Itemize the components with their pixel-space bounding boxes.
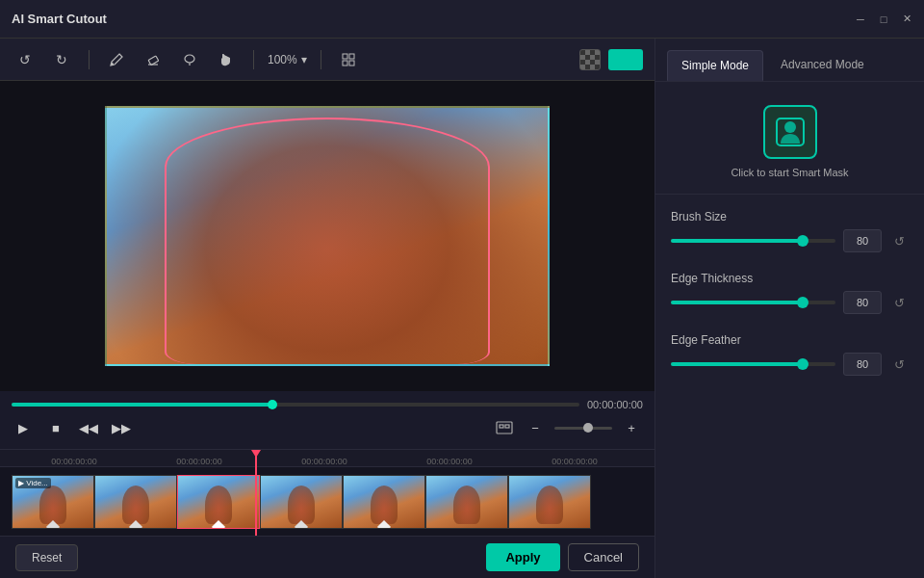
ruler-mark-0: 00:00:00:00 [12,457,137,466]
next-frame-button[interactable]: ▶▶ [110,416,133,439]
thumb-person-2 [205,486,232,524]
thumb-person-5 [453,486,480,524]
lasso-button[interactable] [176,46,203,73]
playback-controls: ▶ ■ ◀◀ ▶▶ − + [12,410,643,445]
progress-track[interactable] [12,403,579,407]
playback-area: 00:00:00:00 ▶ ■ ◀◀ ▶▶ − [0,391,654,449]
toolbar-separator-2 [253,50,254,69]
preview-toggle[interactable] [608,49,643,70]
zoom-out-button[interactable]: − [524,416,547,439]
brush-size-thumb[interactable] [797,235,808,247]
reset-button[interactable]: Reset [15,544,78,571]
zoom-slider-thumb [583,423,593,433]
title-bar: AI Smart Cutout ─ □ ✕ [0,0,924,39]
thumb-inner-5 [426,476,507,528]
zoom-value: 100% [268,53,297,66]
app-title: AI Smart Cutout [12,12,855,26]
timeline-thumb-1[interactable] [94,475,177,529]
edge-thickness-row: Edge Thickness 80 ↺ [671,272,909,314]
canvas-area [0,81,654,391]
time-display: 00:00:00:00 [587,399,643,410]
bottom-bar: Reset Apply Cancel [0,536,654,578]
thumb-person-0 [39,486,66,524]
tab-simple-mode[interactable]: Simple Mode [667,50,763,81]
edge-thickness-control: 80 ↺ [671,291,909,314]
svg-rect-7 [343,61,347,66]
playhead[interactable] [255,450,257,536]
progress-fill [12,403,272,407]
svg-point-0 [111,63,114,66]
grid-button[interactable] [335,46,362,73]
edge-feather-control: 80 ↺ [671,353,909,376]
brush-size-fill [671,239,803,243]
zoom-arrow-icon: ▾ [301,53,307,66]
smart-mask-section: Click to start Smart Mask [655,82,924,195]
undo-button[interactable]: ↺ [12,46,38,73]
edge-thickness-track[interactable] [671,301,835,304]
edge-thickness-thumb[interactable] [797,297,808,308]
fullscreen-button[interactable] [493,416,516,439]
hand-button[interactable] [213,46,240,73]
checker-icon[interactable] [579,49,601,70]
brush-size-track[interactable] [671,239,835,243]
thumb-person-3 [288,486,315,524]
edge-thickness-value: 80 [843,291,882,314]
brush-size-row: Brush Size 80 ↺ [671,210,909,252]
window-controls: ─ □ ✕ [855,13,912,25]
svg-point-12 [784,121,796,133]
timeline-track: ▶ Vide... [0,467,654,536]
toolbar-right [579,49,643,70]
tab-advanced-mode[interactable]: Advanced Mode [767,50,878,81]
svg-rect-8 [349,61,354,66]
edge-feather-track[interactable] [671,362,835,366]
ruler-mark-4: 00:00:00:00 [512,457,637,466]
eraser-button[interactable] [140,46,167,73]
brush-size-control: 80 ↺ [671,229,909,252]
timeline-thumb-2[interactable] [177,475,260,529]
play-button[interactable]: ▶ [12,416,35,439]
timeline-thumb-5[interactable] [425,475,508,529]
edge-feather-thumb[interactable] [797,358,808,370]
main-layout: ↺ ↻ [0,39,924,578]
svg-rect-5 [343,54,347,59]
smart-mask-icon[interactable] [763,105,817,159]
minimize-button[interactable]: ─ [855,13,866,25]
video-preview [105,106,550,366]
thumb-person-1 [122,486,149,524]
apply-button[interactable]: Apply [486,543,559,571]
zoom-in-button[interactable]: + [620,416,643,439]
svg-point-3 [185,55,194,63]
svg-rect-10 [500,425,503,428]
maximize-button[interactable]: □ [878,13,889,25]
prev-frame-button[interactable]: ◀◀ [77,416,100,439]
edge-feather-row: Edge Feather 80 ↺ [671,333,909,376]
edge-feather-reset[interactable]: ↺ [889,355,909,374]
brush-size-reset[interactable]: ↺ [889,231,909,250]
timeline-thumb-3[interactable] [260,475,343,529]
zoom-control[interactable]: 100% ▾ [268,53,307,66]
svg-rect-11 [505,425,509,428]
timeline-thumb-4[interactable] [343,475,425,529]
toolbar: ↺ ↻ [0,39,654,81]
zoom-slider[interactable] [554,427,612,430]
cancel-button[interactable]: Cancel [568,543,639,571]
ruler-mark-2: 00:00:00:00 [262,457,387,466]
thumb-person-6 [536,486,563,524]
smart-mask-label: Click to start Smart Mask [731,167,848,178]
progress-bar-container: 00:00:00:00 [12,399,643,410]
thumb-label-0: ▶ Vide... [15,478,51,488]
brush-button[interactable] [103,46,130,73]
close-button[interactable]: ✕ [901,13,912,25]
redo-button[interactable]: ↻ [48,46,75,73]
thumb-inner-6 [509,476,590,528]
progress-thumb[interactable] [268,400,277,409]
stop-button[interactable]: ■ [44,416,67,439]
edge-thickness-reset[interactable]: ↺ [889,293,909,312]
brush-size-label: Brush Size [671,210,909,223]
timeline-thumb-6[interactable] [508,475,591,529]
bottom-right: Apply Cancel [486,543,639,571]
ruler-mark-3: 00:00:00:00 [387,457,512,466]
svg-rect-1 [148,55,159,65]
edge-feather-label: Edge Feather [671,333,909,347]
timeline-thumb-0[interactable]: ▶ Vide... [12,475,94,529]
